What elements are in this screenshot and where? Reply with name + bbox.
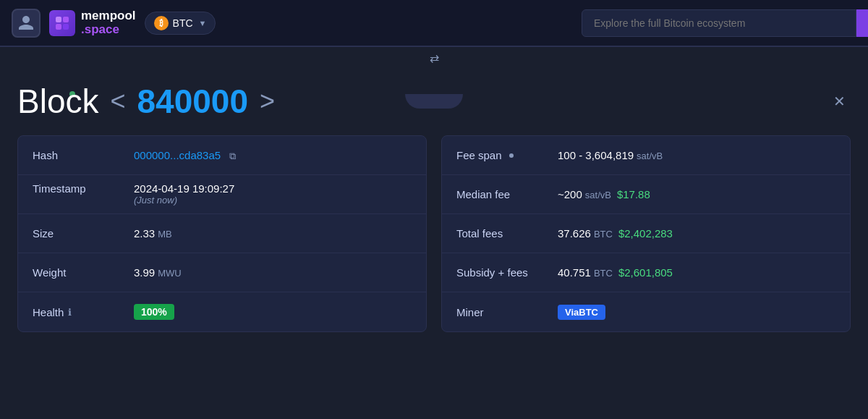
transfer-icon: ⇄: [430, 51, 439, 65]
copy-icon[interactable]: ⧉: [229, 151, 236, 161]
search-input[interactable]: [582, 9, 856, 37]
miner-badge[interactable]: ViaBTC: [558, 305, 605, 320]
total-fees-row: Total fees 37.626BTC$2,402,283: [442, 214, 850, 253]
svg-rect-2: [56, 24, 61, 30]
subsidy-fees-value: 40.751BTC$2,601,805: [558, 266, 673, 279]
timestamp-sub: (Just now): [134, 195, 177, 206]
svg-rect-3: [63, 24, 69, 30]
block-header: Block < 840000 > ✕: [17, 82, 851, 121]
total-fees-label: Total fees: [456, 227, 543, 240]
search-button[interactable]: [856, 9, 868, 37]
prev-block-button[interactable]: <: [110, 88, 125, 114]
user-avatar[interactable]: [12, 9, 41, 38]
health-badge: 100%: [134, 304, 174, 320]
median-fee-row: Median fee ~200sat/vB$17.88: [442, 175, 850, 214]
health-label: Health ℹ: [33, 306, 119, 318]
size-value: 2.33MB: [134, 227, 172, 240]
fee-span-label: Fee span: [456, 149, 543, 161]
weight-value: 3.99MWU: [134, 266, 182, 279]
median-fee-value: ~200sat/vB$17.88: [558, 188, 650, 200]
timestamp-row: Timestamp 2024-04-19 19:09:27 (Just now): [18, 175, 426, 214]
miner-label: Miner: [456, 306, 543, 318]
transfer-bar: ⇄: [0, 47, 868, 69]
logo-text: mempool .space: [81, 9, 136, 36]
subsidy-fees-label: Subsidy + fees: [456, 266, 543, 279]
size-label: Size: [33, 227, 119, 240]
svg-rect-1: [63, 17, 69, 22]
block-number: 840000: [137, 82, 249, 121]
size-row: Size 2.33MB: [18, 214, 426, 253]
svg-rect-0: [56, 17, 61, 22]
chevron-down-icon: ▼: [199, 19, 207, 27]
left-panel: Hash 000000...cda83a5 ⧉ Timestamp 2024-0…: [17, 135, 427, 332]
header: mempool .space ₿ BTC ▼: [0, 0, 868, 47]
btc-icon: ₿: [154, 16, 169, 30]
main-content: Block < 840000 > ✕ Hash 000000...cda83a5…: [0, 69, 868, 344]
weight-label: Weight: [33, 266, 119, 279]
health-row: Health ℹ 100%: [18, 292, 426, 331]
network-label: BTC: [173, 17, 193, 29]
block-title: Block: [17, 82, 98, 121]
miner-row: Miner ViaBTC: [442, 292, 850, 331]
right-panel: Fee span 100 - 3,604,819sat/vB Median fe…: [441, 135, 851, 332]
subsidy-fees-row: Subsidy + fees 40.751BTC$2,601,805: [442, 253, 850, 292]
hash-label: Hash: [33, 149, 119, 161]
search-bar: [582, 9, 856, 37]
health-info-icon[interactable]: ℹ: [68, 307, 72, 318]
hash-row: Hash 000000...cda83a5 ⧉: [18, 136, 426, 175]
fee-span-value: 100 - 3,604,819sat/vB: [558, 149, 663, 161]
next-block-button[interactable]: >: [260, 88, 275, 114]
data-grid: Hash 000000...cda83a5 ⧉ Timestamp 2024-0…: [17, 135, 851, 332]
network-selector[interactable]: ₿ BTC ▼: [145, 12, 216, 35]
timestamp-value: 2024-04-19 19:09:27: [134, 182, 234, 195]
median-fee-label: Median fee: [456, 188, 543, 200]
logo-icon: [49, 10, 75, 36]
close-button[interactable]: ✕: [827, 90, 851, 113]
hash-link[interactable]: 000000...cda83a5: [134, 149, 221, 161]
fee-span-dot: [509, 153, 514, 158]
timestamp-label: Timestamp: [33, 182, 119, 195]
weight-row: Weight 3.99MWU: [18, 253, 426, 292]
total-fees-value: 37.626BTC$2,402,283: [558, 227, 673, 240]
fee-span-row: Fee span 100 - 3,604,819sat/vB: [442, 136, 850, 175]
hash-value: 000000...cda83a5 ⧉: [134, 149, 236, 162]
logo[interactable]: mempool .space: [49, 9, 136, 36]
